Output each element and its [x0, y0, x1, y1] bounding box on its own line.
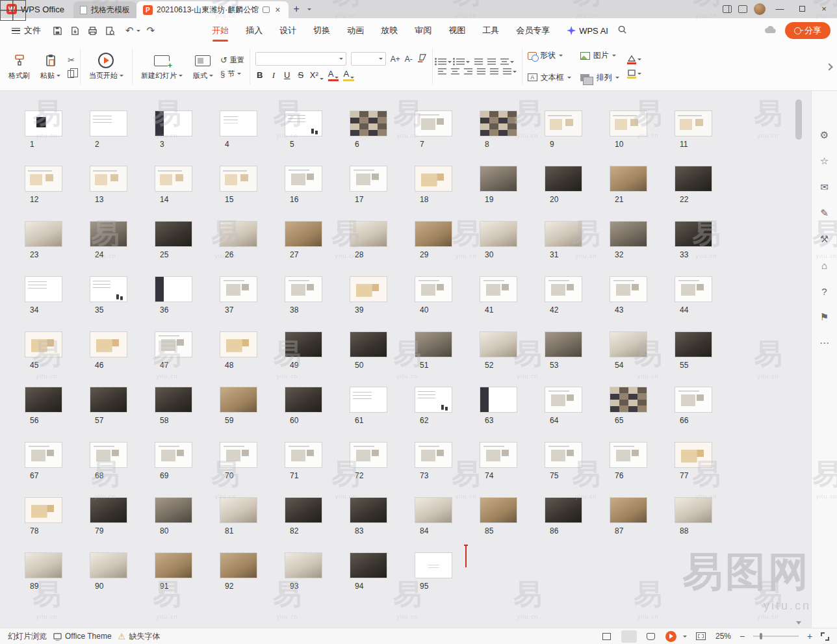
- menu-tab-放映[interactable]: 放映: [373, 18, 406, 43]
- slide-thumbnail-7[interactable]: [415, 110, 452, 136]
- export-icon[interactable]: [70, 26, 80, 36]
- slide-thumbnail-27[interactable]: [285, 221, 322, 247]
- close-button[interactable]: ×: [816, 0, 832, 18]
- paste-button[interactable]: 粘贴: [37, 51, 64, 82]
- slide-thumbnail-77[interactable]: [675, 442, 712, 468]
- print-icon[interactable]: [88, 26, 97, 36]
- reading-view-button[interactable]: [643, 630, 659, 643]
- slide-thumbnail-13[interactable]: [90, 166, 127, 192]
- slide-thumbnail-68[interactable]: [90, 442, 127, 468]
- strikethrough-button[interactable]: S: [296, 70, 305, 80]
- font-color-button[interactable]: A: [328, 69, 339, 81]
- menu-tab-视图[interactable]: 视图: [441, 18, 473, 43]
- italic-button[interactable]: I: [269, 70, 278, 81]
- slide-thumbnail-57[interactable]: [90, 387, 127, 413]
- slide-thumbnail-30[interactable]: [480, 221, 517, 247]
- slide-thumbnail-63[interactable]: [480, 387, 517, 413]
- slide-thumbnail-60[interactable]: [285, 387, 322, 413]
- menu-tab-工具[interactable]: 工具: [474, 18, 507, 43]
- document-tab-1[interactable]: 找格壳模板: [73, 1, 136, 18]
- slide-thumbnail-4[interactable]: [220, 110, 257, 136]
- slide-thumbnail-88[interactable]: [675, 497, 712, 523]
- bold-button[interactable]: B: [255, 70, 264, 80]
- increase-indent-icon[interactable]: [487, 58, 496, 65]
- slide-thumbnail-86[interactable]: [545, 497, 582, 523]
- slide-thumbnail-85[interactable]: [480, 497, 517, 523]
- slide-thumbnail-56[interactable]: [25, 387, 62, 413]
- bullet-list-button[interactable]: [438, 58, 452, 65]
- align-left-icon[interactable]: [438, 68, 446, 75]
- slide-thumbnail-84[interactable]: [415, 497, 452, 523]
- slide-thumbnail-58[interactable]: [155, 387, 192, 413]
- layout-button[interactable]: 版式: [190, 51, 216, 82]
- slideshow-chevron-icon[interactable]: [683, 636, 687, 638]
- clear-format-icon[interactable]: [417, 54, 427, 64]
- section-button[interactable]: § 节: [220, 69, 244, 79]
- zoom-slider-knob[interactable]: [760, 633, 762, 639]
- menu-tab-切换[interactable]: 切换: [305, 18, 338, 43]
- slide-thumbnail-10[interactable]: [610, 110, 647, 136]
- slide-thumbnail-23[interactable]: [25, 221, 62, 247]
- slide-thumbnail-55[interactable]: [675, 331, 712, 357]
- slide-thumbnail-15[interactable]: [220, 166, 257, 192]
- scrollbar-thumb[interactable]: [795, 99, 802, 140]
- slide-thumbnail-83[interactable]: [350, 497, 387, 523]
- slide-thumbnail-95[interactable]: [415, 552, 452, 578]
- document-tab-2-active[interactable]: P 20210613-山東潍坊·麒麟公馆 ×: [136, 1, 289, 18]
- minimize-button[interactable]: —: [772, 0, 788, 18]
- theme-item[interactable]: Office Theme: [53, 632, 112, 641]
- slide-thumbnail-42[interactable]: [545, 276, 582, 302]
- slide-thumbnail-2[interactable]: [90, 110, 127, 136]
- slide-thumbnail-1[interactable]: [25, 110, 62, 136]
- scroll-down-icon[interactable]: [796, 621, 801, 625]
- slide-thumbnail-33[interactable]: [675, 221, 712, 247]
- slide-thumbnail-24[interactable]: [90, 221, 127, 247]
- slide-thumbnail-80[interactable]: [155, 497, 192, 523]
- view-mode-label-item[interactable]: 幻灯片浏览: [8, 631, 47, 642]
- new-tab-button[interactable]: +: [289, 0, 305, 18]
- slideshow-play-button[interactable]: [665, 631, 676, 642]
- slide-thumbnail-71[interactable]: [285, 442, 322, 468]
- slide-thumbnail-6[interactable]: [350, 110, 387, 136]
- slide-thumbnail-49[interactable]: [285, 331, 322, 357]
- slide-thumbnail-12[interactable]: [25, 166, 62, 192]
- flag-icon[interactable]: ⚑: [814, 305, 835, 329]
- slide-thumbnail-37[interactable]: [220, 276, 257, 302]
- menu-tab-动画[interactable]: 动画: [339, 18, 372, 43]
- paste-chevron-icon[interactable]: [57, 75, 60, 77]
- slide-thumbnail-93[interactable]: [285, 552, 322, 578]
- file-menu-button[interactable]: 文件: [6, 25, 46, 36]
- navigation-icon[interactable]: ⌂: [814, 253, 835, 277]
- fill-color-button[interactable]: [627, 55, 641, 64]
- slide-thumbnail-14[interactable]: [155, 166, 192, 192]
- menu-tab-会员专享[interactable]: 会员专享: [508, 18, 558, 43]
- slide-thumbnail-29[interactable]: [415, 221, 452, 247]
- new-slide-chevron-icon[interactable]: [179, 75, 183, 77]
- favorites-icon[interactable]: ☆: [814, 149, 835, 173]
- numbered-list-button[interactable]: [456, 58, 470, 65]
- slide-thumbnail-52[interactable]: [480, 331, 517, 357]
- slide-thumbnail-40[interactable]: [415, 276, 452, 302]
- textbox-button[interactable]: A 文本框: [528, 72, 571, 83]
- slide-thumbnail-78[interactable]: [25, 497, 62, 523]
- slide-thumbnail-70[interactable]: [220, 442, 257, 468]
- tools-panel-icon[interactable]: ⚒: [814, 227, 835, 251]
- side-panel-icon[interactable]: [723, 5, 732, 13]
- slide-thumbnail-39[interactable]: [350, 276, 387, 302]
- arrange-button[interactable]: 排列: [580, 72, 619, 83]
- slide-sorter-view-button[interactable]: [621, 630, 637, 643]
- vertical-scrollbar[interactable]: [795, 94, 802, 625]
- slide-thumbnail-74[interactable]: [480, 442, 517, 468]
- underline-button[interactable]: U: [283, 70, 292, 80]
- slide-thumbnail-45[interactable]: [25, 331, 62, 357]
- decrease-indent-icon[interactable]: [474, 58, 483, 65]
- slide-thumbnail-51[interactable]: [415, 331, 452, 357]
- slide-thumbnail-65[interactable]: [610, 387, 647, 413]
- slide-thumbnail-3[interactable]: [155, 110, 192, 136]
- shapes-button[interactable]: 形状: [528, 50, 571, 61]
- slide-thumbnail-32[interactable]: [610, 221, 647, 247]
- normal-view-button[interactable]: [599, 630, 615, 643]
- share-panel-icon[interactable]: ✉: [814, 175, 835, 199]
- close-tab-icon[interactable]: ×: [274, 5, 281, 15]
- maximize-button[interactable]: [794, 0, 810, 18]
